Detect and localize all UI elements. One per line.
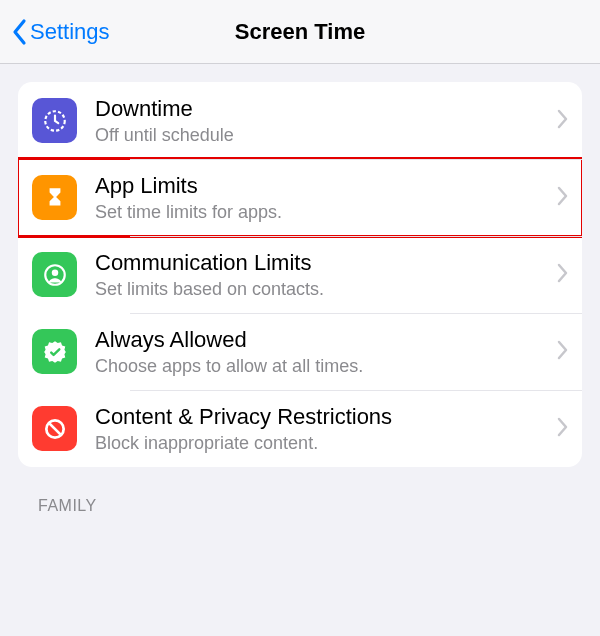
chevron-right-icon [556,417,568,441]
row-title: Always Allowed [95,326,548,354]
back-button[interactable]: Settings [0,18,110,46]
back-label: Settings [30,19,110,45]
settings-group: DowntimeOff until scheduleApp LimitsSet … [18,82,582,467]
row-title: App Limits [95,172,548,200]
check-badge-icon [32,329,77,374]
nav-bar: Settings Screen Time [0,0,600,64]
row-communication-limits[interactable]: Communication LimitsSet limits based on … [18,236,582,313]
chevron-left-icon [10,18,28,46]
hourglass-icon [32,175,77,220]
row-always-allowed[interactable]: Always AllowedChoose apps to allow at al… [18,313,582,390]
row-title: Content & Privacy Restrictions [95,403,548,431]
row-subtitle: Choose apps to allow at all times. [95,355,548,378]
chevron-right-icon [556,340,568,364]
row-text: Content & Privacy RestrictionsBlock inap… [95,403,548,454]
chevron-right-icon [556,109,568,133]
contact-icon [32,252,77,297]
row-title: Downtime [95,95,548,123]
row-subtitle: Block inappropriate content. [95,432,548,455]
chevron-right-icon [556,263,568,287]
no-entry-icon [32,406,77,451]
clock-icon [32,98,77,143]
row-title: Communication Limits [95,249,548,277]
page-title: Screen Time [235,19,365,45]
svg-point-2 [51,269,58,276]
row-text: App LimitsSet time limits for apps. [95,172,548,223]
svg-line-4 [49,423,60,434]
row-downtime[interactable]: DowntimeOff until schedule [18,82,582,159]
row-subtitle: Set time limits for apps. [95,201,548,224]
row-subtitle: Set limits based on contacts. [95,278,548,301]
chevron-right-icon [556,186,568,210]
row-content-privacy-restrictions[interactable]: Content & Privacy RestrictionsBlock inap… [18,390,582,467]
section-header-family: FAMILY [38,497,600,515]
row-text: DowntimeOff until schedule [95,95,548,146]
row-subtitle: Off until schedule [95,124,548,147]
row-app-limits[interactable]: App LimitsSet time limits for apps. [18,159,582,236]
row-text: Communication LimitsSet limits based on … [95,249,548,300]
row-text: Always AllowedChoose apps to allow at al… [95,326,548,377]
